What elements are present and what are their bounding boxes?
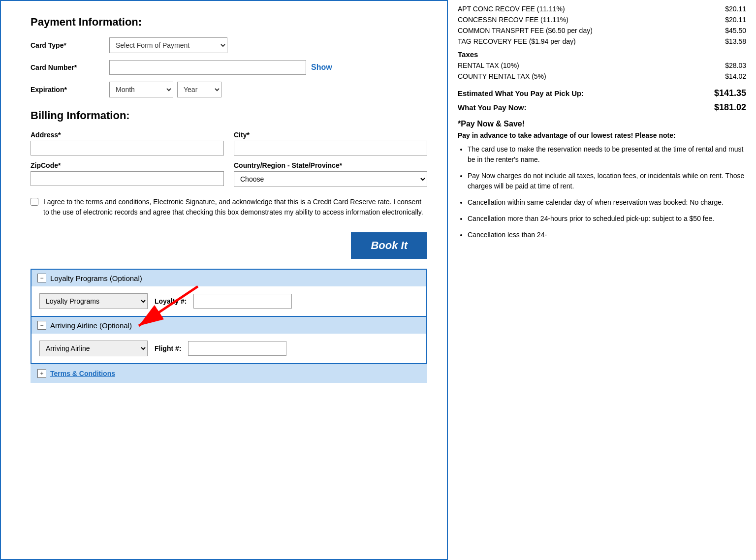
loyalty-number-label: Loyalty #: — [155, 297, 187, 305]
month-select[interactable]: Month JanuaryFebruaryMarch AprilMayJune … — [109, 82, 173, 97]
fee-name-0: APT CONC RECOV FEE (11.11%) — [458, 5, 725, 13]
card-number-label: Card Number* — [31, 63, 109, 71]
city-field: City* — [234, 131, 427, 156]
loyalty-header: − Loyalty Programs (Optional) — [32, 270, 426, 286]
loyalty-section: − Loyalty Programs (Optional) Loyalty Pr… — [31, 269, 427, 317]
card-type-label: Card Type* — [31, 41, 109, 49]
loyalty-body: Loyalty Programs American Airlines AAdva… — [32, 286, 426, 316]
billing-title: Billing Information: — [31, 109, 427, 122]
card-number-row: Card Number* Show — [31, 60, 427, 75]
pay-now-section: *Pay Now & Save! Pay in advance to take … — [458, 120, 746, 240]
estimated-label: Estimated What You Pay at Pick Up: — [458, 89, 714, 97]
arriving-airline-header: − Arriving Airline (Optional) — [32, 317, 426, 334]
tax-amount-0: $28.03 — [725, 62, 746, 69]
zipcode-input[interactable] — [31, 171, 224, 186]
fee-amount-0: $20.11 — [725, 5, 746, 13]
address-input[interactable] — [31, 141, 224, 156]
what-you-pay-amount: $181.02 — [714, 102, 746, 113]
pay-now-list: The card use to make the reservation nee… — [458, 144, 746, 240]
arriving-airline-body: Arriving Airline American Airlines Delta… — [32, 334, 426, 363]
country-field: Country/Region - State/Province* Choose … — [234, 161, 427, 187]
taxes-list: RENTAL TAX (10%) $28.03 COUNTY RENTAL TA… — [458, 62, 746, 80]
country-label: Country/Region - State/Province* — [234, 161, 427, 169]
terms-expand-btn[interactable]: + — [37, 369, 46, 378]
zipcode-label: ZipCode* — [31, 161, 224, 169]
expiration-row: Expiration* Month JanuaryFebruaryMarch A… — [31, 82, 427, 97]
loyalty-title: Loyalty Programs (Optional) — [50, 274, 142, 282]
what-you-pay-label: What You Pay Now: — [458, 103, 714, 112]
estimated-row: Estimated What You Pay at Pick Up: $141.… — [458, 88, 746, 98]
billing-grid: Address* City* ZipCode* Country/Region -… — [31, 131, 427, 187]
pay-now-bullet-4: Cancellation less than 24- — [468, 230, 746, 240]
payment-title: Payment Information: — [31, 16, 427, 29]
card-number-input[interactable] — [109, 60, 306, 75]
show-link[interactable]: Show — [311, 63, 332, 72]
country-select[interactable]: Choose United States Canada United Kingd… — [234, 171, 427, 187]
book-it-container: Book It — [31, 232, 427, 269]
loyalty-select[interactable]: Loyalty Programs American Airlines AAdva… — [39, 293, 148, 309]
arriving-airline-title: Arriving Airline (Optional) — [50, 321, 132, 330]
fee-name-3: TAG RECOVERY FEE ($1.94 per day) — [458, 37, 725, 45]
arriving-airline-collapse-btn[interactable]: − — [37, 321, 46, 330]
loyalty-number-input[interactable] — [193, 294, 292, 309]
card-type-select[interactable]: Select Form of Payment Visa MasterCard A… — [109, 37, 227, 53]
book-it-button[interactable]: Book It — [351, 232, 427, 259]
flight-number-label: Flight #: — [155, 344, 181, 352]
loyalty-collapse-btn[interactable]: − — [37, 274, 46, 282]
expiration-label: Expiration* — [31, 86, 109, 93]
tax-amount-1: $14.02 — [725, 72, 746, 80]
payment-section: Payment Information: Card Type* Select F… — [31, 16, 427, 97]
summary-section: Estimated What You Pay at Pick Up: $141.… — [458, 88, 746, 113]
fee-amount-2: $45.50 — [725, 27, 746, 34]
fee-name-2: COMMON TRANSPRT FEE ($6.50 per day) — [458, 27, 725, 34]
pay-now-title: *Pay Now & Save! — [458, 120, 746, 128]
pay-now-bullet-2: Cancellation within same calendar day of… — [468, 197, 746, 208]
fee-row-1: CONCESSN RECOV FEE (11.11%) $20.11 — [458, 16, 746, 24]
year-select[interactable]: Year 202420252026 2027202820292030 — [177, 82, 221, 97]
left-panel: Payment Information: Card Type* Select F… — [0, 0, 448, 560]
fee-name-1: CONCESSN RECOV FEE (11.11%) — [458, 16, 725, 24]
flight-number-input[interactable] — [188, 341, 286, 356]
tax-name-0: RENTAL TAX (10%) — [458, 62, 725, 69]
address-label: Address* — [31, 131, 224, 139]
right-panel: APT CONC RECOV FEE (11.11%) $20.11 CONCE… — [448, 0, 756, 560]
estimated-amount: $141.35 — [714, 88, 746, 98]
pay-now-subtitle: Pay in advance to take advantage of our … — [458, 131, 746, 139]
taxes-header: Taxes — [458, 50, 746, 59]
zipcode-field: ZipCode* — [31, 161, 224, 187]
pay-now-bullet-1: Pay Now charges do not include all taxes… — [468, 171, 746, 191]
fees-list: APT CONC RECOV FEE (11.11%) $20.11 CONCE… — [458, 5, 746, 45]
arriving-airline-section: − Arriving Airline (Optional) Arriving A… — [31, 317, 427, 364]
billing-section: Billing Information: Address* City* ZipC… — [31, 109, 427, 187]
terms-footer: + Terms & Conditions — [31, 364, 427, 383]
fee-amount-3: $13.58 — [725, 37, 746, 45]
fee-row-2: COMMON TRANSPRT FEE ($6.50 per day) $45.… — [458, 27, 746, 34]
pay-now-bullet-0: The card use to make the reservation nee… — [468, 144, 746, 165]
tax-name-1: COUNTY RENTAL TAX (5%) — [458, 72, 725, 80]
tax-row-0: RENTAL TAX (10%) $28.03 — [458, 62, 746, 69]
fee-row-3: TAG RECOVERY FEE ($1.94 per day) $13.58 — [458, 37, 746, 45]
terms-row: I agree to the terms and conditions, Ele… — [31, 197, 427, 218]
fee-amount-1: $20.11 — [725, 16, 746, 24]
address-field: Address* — [31, 131, 224, 156]
arriving-airline-select[interactable]: Arriving Airline American Airlines Delta… — [39, 341, 148, 356]
city-label: City* — [234, 131, 427, 139]
card-type-row: Card Type* Select Form of Payment Visa M… — [31, 37, 427, 53]
fee-row-0: APT CONC RECOV FEE (11.11%) $20.11 — [458, 5, 746, 13]
terms-conditions-link[interactable]: Terms & Conditions — [50, 370, 115, 377]
tax-row-1: COUNTY RENTAL TAX (5%) $14.02 — [458, 72, 746, 80]
what-you-pay-row: What You Pay Now: $181.02 — [458, 102, 746, 113]
terms-checkbox[interactable] — [31, 198, 38, 206]
terms-text: I agree to the terms and conditions, Ele… — [43, 197, 427, 218]
city-input[interactable] — [234, 141, 427, 156]
pay-now-bullet-3: Cancellation more than 24-hours prior to… — [468, 214, 746, 224]
